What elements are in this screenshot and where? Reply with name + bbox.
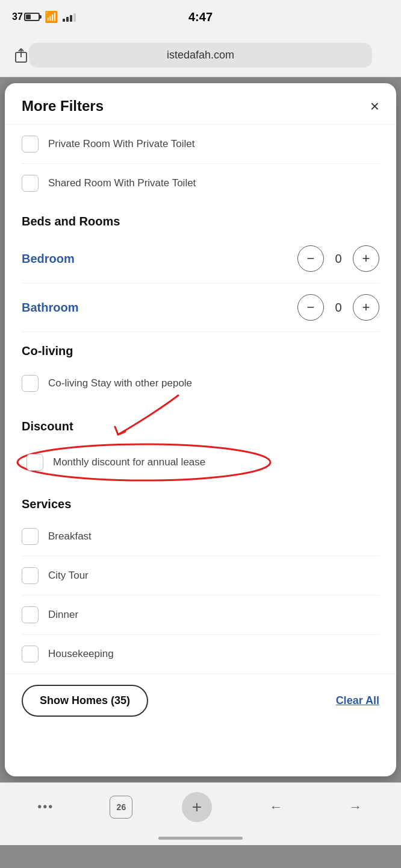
breakfast-row: Breakfast bbox=[22, 517, 379, 556]
housekeeping-row: Housekeeping bbox=[22, 635, 379, 673]
shared-room-row: Shared Room With Private Toilet bbox=[22, 164, 379, 203]
bedroom-counter-row: Bedroom − 0 + bbox=[22, 234, 379, 283]
home-bar bbox=[158, 837, 243, 840]
more-options-button[interactable]: ••• bbox=[31, 792, 61, 822]
private-room-checkbox[interactable] bbox=[22, 136, 39, 153]
bedroom-minus-button[interactable]: − bbox=[297, 245, 324, 272]
services-section: Services Breakfast City Tour Dinner Hous… bbox=[22, 485, 379, 673]
modal-title: More Filters bbox=[22, 98, 104, 115]
url-bar[interactable]: istedafah.com bbox=[29, 43, 373, 68]
bathroom-controls: − 0 + bbox=[297, 294, 379, 321]
show-homes-button[interactable]: Show Homes (35) bbox=[22, 685, 148, 717]
tabs-button[interactable]: 26 bbox=[110, 796, 132, 819]
back-button[interactable]: ← bbox=[261, 792, 291, 822]
battery-icon bbox=[24, 13, 40, 21]
coliving-row: Co-living Stay with other pepole bbox=[22, 364, 379, 403]
modal-content: Private Room With Private Toilet Shared … bbox=[5, 125, 396, 673]
modal-footer: Show Homes (35) Clear All bbox=[5, 673, 396, 728]
city-tour-checkbox[interactable] bbox=[22, 567, 39, 584]
coliving-checkbox[interactable] bbox=[22, 375, 39, 392]
bathroom-label: Bathroom bbox=[22, 301, 78, 315]
bathroom-value: 0 bbox=[334, 301, 343, 315]
breakfast-label: Breakfast bbox=[48, 530, 92, 542]
coliving-section: Co-living Co-living Stay with other pepo… bbox=[22, 332, 379, 407]
city-tour-row: City Tour bbox=[22, 556, 379, 596]
home-indicator bbox=[0, 831, 401, 845]
dinner-checkbox[interactable] bbox=[22, 606, 39, 623]
discount-section: Discount Monthly discount for annual lea… bbox=[22, 407, 379, 480]
private-room-row: Private Room With Private Toilet bbox=[22, 125, 379, 164]
bathroom-plus-button[interactable]: + bbox=[353, 294, 379, 321]
bathroom-minus-button[interactable]: − bbox=[297, 294, 324, 321]
beds-rooms-title: Beds and Rooms bbox=[22, 203, 379, 234]
share-button[interactable] bbox=[6, 40, 36, 71]
bedroom-controls: − 0 + bbox=[297, 245, 379, 272]
battery-indicator: 37 bbox=[12, 11, 40, 22]
browser-bar: istedafah.com bbox=[0, 34, 401, 77]
status-bar: 37 📶 4:47 bbox=[0, 0, 401, 34]
coliving-label: Co-living Stay with other pepole bbox=[48, 377, 192, 389]
dinner-row: Dinner bbox=[22, 596, 379, 635]
discount-item: Monthly discount for annual lease bbox=[22, 444, 379, 480]
bedroom-label: Bedroom bbox=[22, 252, 75, 266]
bedroom-value: 0 bbox=[334, 252, 343, 266]
add-tab-button[interactable]: + bbox=[182, 792, 212, 822]
close-button[interactable]: × bbox=[370, 98, 379, 114]
modal-header: More Filters × bbox=[5, 83, 396, 125]
private-room-label: Private Room With Private Toilet bbox=[48, 138, 194, 150]
bedroom-plus-button[interactable]: + bbox=[353, 245, 379, 272]
signal-bars bbox=[63, 12, 76, 22]
shared-room-checkbox[interactable] bbox=[22, 175, 39, 192]
more-icon: ••• bbox=[37, 800, 54, 814]
more-filters-modal: More Filters × Private Room With Private… bbox=[5, 83, 396, 776]
tab-count: 26 bbox=[117, 802, 126, 812]
bathroom-counter-row: Bathroom − 0 + bbox=[22, 283, 379, 332]
browser-nav: ••• 26 + ← → bbox=[0, 782, 401, 831]
status-time: 4:47 bbox=[188, 10, 213, 24]
housekeeping-label: Housekeeping bbox=[48, 648, 114, 660]
battery-level: 37 bbox=[12, 11, 23, 22]
room-type-section: Private Room With Private Toilet Shared … bbox=[22, 125, 379, 203]
status-left: 37 📶 bbox=[12, 10, 76, 24]
dinner-label: Dinner bbox=[48, 609, 78, 621]
clear-all-button[interactable]: Clear All bbox=[336, 694, 379, 707]
back-icon: ← bbox=[270, 799, 283, 815]
discount-title: Discount bbox=[22, 407, 379, 439]
breakfast-checkbox[interactable] bbox=[22, 528, 39, 545]
wifi-icon: 📶 bbox=[45, 10, 58, 24]
beds-rooms-section: Beds and Rooms Bedroom − 0 + Bathroom − … bbox=[22, 203, 379, 332]
forward-icon: → bbox=[349, 799, 362, 815]
coliving-title: Co-living bbox=[22, 332, 379, 364]
services-title: Services bbox=[22, 485, 379, 517]
forward-button[interactable]: → bbox=[340, 792, 370, 822]
add-icon: + bbox=[192, 797, 202, 817]
shared-room-label: Shared Room With Private Toilet bbox=[48, 177, 196, 189]
discount-label: Monthly discount for annual lease bbox=[53, 456, 205, 468]
url-text: istedafah.com bbox=[167, 49, 234, 61]
discount-checkbox[interactable] bbox=[26, 454, 43, 471]
city-tour-label: City Tour bbox=[48, 570, 89, 582]
housekeeping-checkbox[interactable] bbox=[22, 646, 39, 662]
